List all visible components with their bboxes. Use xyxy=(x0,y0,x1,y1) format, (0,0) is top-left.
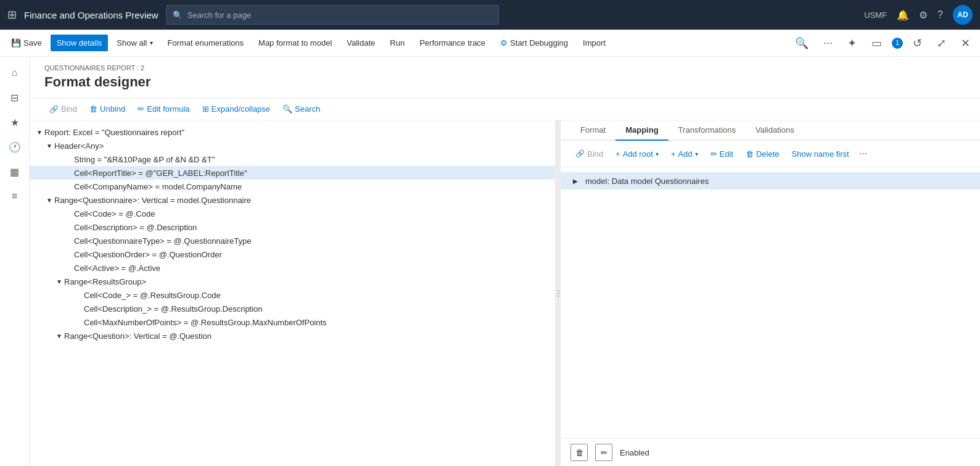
unbind-button[interactable]: 🗑 Unbind xyxy=(84,102,130,116)
edit-button[interactable]: ✏ Edit xyxy=(706,147,738,161)
mapping-tree: ▶ model: Data model Questionnaires xyxy=(561,167,980,438)
tree-item[interactable]: Cell<Description_> = @.ResultsGroup.Desc… xyxy=(30,302,555,315)
search-input[interactable] xyxy=(187,10,492,20)
tree-item[interactable]: Cell<CompanyName> = model.CompanyName xyxy=(30,180,555,193)
add-root-button[interactable]: + Add root ▾ xyxy=(611,147,664,161)
help-icon[interactable]: ? xyxy=(937,9,943,20)
mapping-bind-button[interactable]: 🔗 Bind xyxy=(570,147,608,161)
bind-button[interactable]: 🔗 Bind xyxy=(44,102,82,116)
tree-item[interactable]: Cell<ReportTitle> = @"GER_LABEL:ReportTi… xyxy=(30,166,555,180)
performance-trace-button[interactable]: Performance trace xyxy=(413,35,492,51)
tab-validations[interactable]: Validations xyxy=(746,120,804,141)
tree-item[interactable]: Cell<Code> = @.Code xyxy=(30,207,555,220)
pencil-icon: ✏ xyxy=(710,149,717,159)
tree-item-label: Header<Any> xyxy=(54,141,104,151)
mapping-toolbar: 🔗 Bind + Add root ▾ + Add ▾ ✏ xyxy=(561,141,980,167)
expand-collapse-button[interactable]: ⊞ Expand/collapse xyxy=(197,102,275,116)
refresh-icon[interactable]: ↺ xyxy=(908,34,927,52)
username: USMF xyxy=(864,10,887,20)
trash-icon: 🗑 xyxy=(575,448,583,457)
mapping-tree-item[interactable]: ▶ model: Data model Questionnaires xyxy=(561,172,980,189)
tree-item-label: Report: Excel = "Questionnaires report" xyxy=(44,128,184,137)
sidebar-item-modules[interactable]: ≡ xyxy=(4,185,26,207)
panel-icon[interactable]: ▭ xyxy=(867,34,887,52)
tab-format[interactable]: Format xyxy=(570,120,616,141)
content-area: QUESTIONNAIRES REPORT : 2 Format designe… xyxy=(30,57,980,466)
sidebar-item-home[interactable]: ⌂ xyxy=(4,62,26,84)
grid-icon[interactable]: ⊞ xyxy=(7,8,17,22)
run-button[interactable]: Run xyxy=(384,35,411,51)
search-button[interactable]: 🔍 Search xyxy=(278,102,325,116)
show-details-button[interactable]: Show details xyxy=(51,35,109,51)
expand-icon: ⊞ xyxy=(202,104,209,114)
nav-right: USMF 🔔 ⚙ ? AD xyxy=(864,5,973,25)
tree-item[interactable]: Cell<Description> = @.Description xyxy=(30,220,555,234)
tree-item[interactable]: Cell<MaxNumberOfPoints> = @.ResultsGroup… xyxy=(30,315,555,329)
edit-formula-button[interactable]: ✏ Edit formula xyxy=(133,102,194,116)
tree-toggle[interactable]: ▼ xyxy=(54,277,64,286)
link-icon: 🔗 xyxy=(49,105,59,114)
tree-toggle[interactable]: ▼ xyxy=(44,141,54,151)
status-text: Enabled xyxy=(620,448,649,457)
search-icon-cmd[interactable]: 🔍 xyxy=(790,34,813,52)
tab-transformations[interactable]: Transformations xyxy=(669,120,746,141)
delete-button[interactable]: 🗑 Delete xyxy=(741,147,784,161)
tree-item[interactable]: ▼ Range<Questionnaire>: Vertical = model… xyxy=(30,193,555,207)
tree-item[interactable]: ▼ Header<Any> xyxy=(30,139,555,152)
popout-icon[interactable]: ⤢ xyxy=(932,34,951,52)
tree-item[interactable]: Cell<Code_> = @.ResultsGroup.Code xyxy=(30,288,555,302)
tree-item[interactable]: ▼ Report: Excel = "Questionnaires report… xyxy=(30,125,555,139)
tree-item-label: Range<Questionnaire>: Vertical = model.Q… xyxy=(54,196,251,205)
tree-item-label: Cell<Active> = @.Active xyxy=(74,264,160,273)
tree-toggle[interactable]: ▶ xyxy=(570,176,580,186)
format-enumerations-button[interactable]: Format enumerations xyxy=(162,35,250,51)
pencil-icon: ✏ xyxy=(601,448,607,457)
breadcrumb: QUESTIONNAIRES REPORT : 2 xyxy=(44,64,965,72)
pin-icon[interactable]: ✦ xyxy=(842,34,862,52)
tree-toggle[interactable]: ▼ xyxy=(54,331,64,341)
show-name-first-button[interactable]: Show name first xyxy=(787,147,854,161)
map-format-to-model-button[interactable]: Map format to model xyxy=(252,35,338,51)
show-all-button[interactable]: Show all ▾ xyxy=(110,35,159,51)
more-icon[interactable]: ··· xyxy=(857,146,870,162)
tree-item[interactable]: ▼ Range<Question>: Vertical = @.Question xyxy=(30,329,555,343)
sidebar-item-filter[interactable]: ⊟ xyxy=(4,86,26,109)
notification-icon[interactable]: 🔔 xyxy=(897,9,909,21)
tree-item[interactable]: Cell<Active> = @.Active xyxy=(30,261,555,275)
save-button[interactable]: 💾 Save xyxy=(5,35,48,51)
delete-bottom-button[interactable]: 🗑 xyxy=(570,444,588,461)
tree-item-label: Cell<CompanyName> = model.CompanyName xyxy=(74,182,242,191)
mapping-pane: Format Mapping Transformations Validatio… xyxy=(561,120,980,466)
sidebar-item-workspaces[interactable]: ▦ xyxy=(4,160,26,183)
page-title: Format designer xyxy=(44,74,965,98)
tree-item[interactable]: String = "&R&10Page &P of &N &D &T" xyxy=(30,152,555,166)
edit-bottom-button[interactable]: ✏ xyxy=(595,444,612,461)
tab-mapping[interactable]: Mapping xyxy=(616,120,668,141)
start-debugging-button[interactable]: ⚙ Start Debugging xyxy=(494,35,574,51)
tree-toggle[interactable]: ▼ xyxy=(44,195,54,205)
designer-toolbar: 🔗 Bind 🗑 Unbind ✏ Edit formula ⊞ Expand/… xyxy=(30,98,980,120)
plus-icon: + xyxy=(616,149,620,159)
sidebar: ⌂ ⊟ ★ 🕐 ▦ ≡ xyxy=(0,57,30,466)
more-options-icon[interactable]: ··· xyxy=(818,34,838,52)
chevron-down-icon: ▾ xyxy=(150,40,153,46)
tree-item[interactable]: Cell<QuestionOrder> = @.QuestionOrder xyxy=(30,248,555,261)
bottom-bar: 🗑 ✏ Enabled xyxy=(561,438,980,466)
add-button[interactable]: + Add ▾ xyxy=(666,147,703,161)
global-search[interactable]: 🔍 xyxy=(166,5,499,25)
import-button[interactable]: Import xyxy=(577,35,612,51)
save-icon: 💾 xyxy=(11,38,21,48)
pencil-icon: ✏ xyxy=(138,104,144,114)
sidebar-item-recent[interactable]: 🕐 xyxy=(4,136,26,158)
main-layout: ⌂ ⊟ ★ 🕐 ▦ ≡ QUESTIONNAIRES REPORT : 2 Fo… xyxy=(0,57,980,466)
tree-item-label: Cell<ReportTitle> = @"GER_LABEL:ReportTi… xyxy=(74,169,247,178)
validate-button[interactable]: Validate xyxy=(340,35,381,51)
tree-item[interactable]: ▼ Range<ResultsGroup> xyxy=(30,275,555,288)
format-tree: ▼ Report: Excel = "Questionnaires report… xyxy=(30,120,555,347)
tree-item[interactable]: Cell<QuestionnaireType> = @.Questionnair… xyxy=(30,234,555,248)
avatar[interactable]: AD xyxy=(953,5,973,25)
settings-icon[interactable]: ⚙ xyxy=(919,9,928,21)
sidebar-item-favorites[interactable]: ★ xyxy=(4,111,26,133)
close-icon[interactable]: ✕ xyxy=(956,34,975,52)
tree-toggle[interactable]: ▼ xyxy=(35,127,44,137)
